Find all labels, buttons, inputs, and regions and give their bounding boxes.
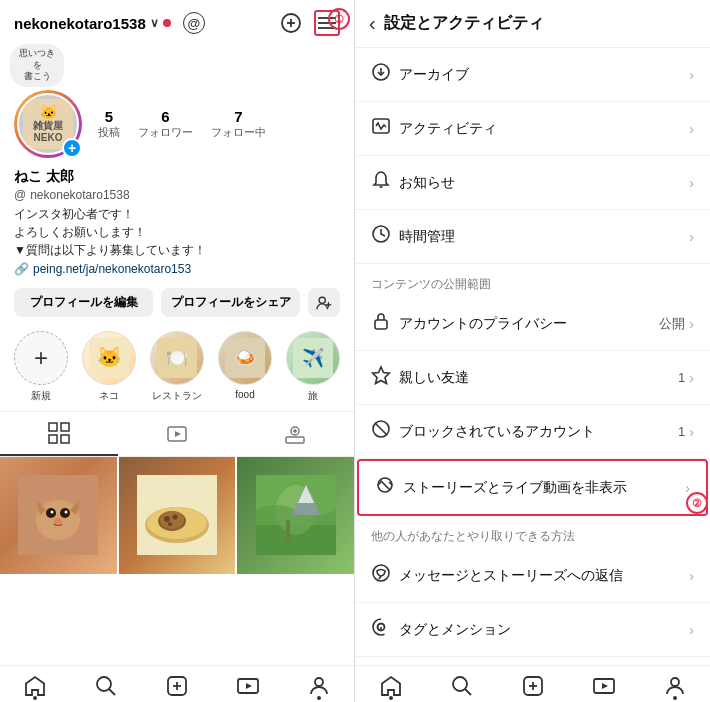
stat-followers-num: 6 (161, 108, 169, 125)
svg-point-37 (54, 518, 62, 524)
threads-icon[interactable]: @ (183, 12, 205, 34)
settings-item-archive[interactable]: アーカイブ › (355, 48, 710, 102)
username-text: nekonekotaro1538 (14, 15, 146, 32)
archive-chevron: › (689, 67, 694, 83)
photo-curry-image (119, 457, 236, 574)
settings-item-messages[interactable]: メッセージとストーリーズへの返信 › (355, 549, 710, 603)
activity-icon (371, 116, 399, 141)
highlight-restaurant[interactable]: 🍽️ レストラン (150, 331, 204, 403)
privacy-badge: 公開 (659, 315, 685, 333)
svg-rect-65 (375, 320, 387, 329)
action-buttons: プロフィールを編集 プロフィールをシェア (0, 282, 354, 323)
nav-home[interactable] (0, 674, 71, 698)
svg-rect-22 (61, 423, 69, 431)
highlight-new[interactable]: + 新規 (14, 331, 68, 403)
nav-right-search[interactable] (426, 674, 497, 698)
highlight-travel-circle: ✈️ (286, 331, 340, 385)
highlight-neko[interactable]: 🐱 ネコ (82, 331, 136, 403)
settings-item-time[interactable]: 時間管理 › (355, 210, 710, 264)
time-label: 時間管理 (399, 228, 689, 246)
section-label-content: コンテンツの公開範囲 (355, 264, 710, 297)
share-profile-button[interactable]: プロフィールをシェア (161, 288, 300, 317)
svg-point-44 (172, 515, 177, 520)
left-panel: nekonekotaro1538 ∨ @ ① 思い (0, 0, 355, 702)
highlight-food[interactable]: 🍛 food (218, 331, 272, 403)
nav-search[interactable] (71, 674, 142, 698)
section-label-interact: 他の人があなたとやり取りできる方法 (355, 516, 710, 549)
svg-point-59 (315, 678, 323, 686)
stat-posts-num: 5 (105, 108, 113, 125)
settings-item-blocked[interactable]: ブロックされているアカウント 1 › (355, 405, 710, 459)
tab-tagged[interactable] (236, 412, 354, 456)
username[interactable]: nekonekotaro1538 ∨ (14, 15, 171, 32)
bio-name: ねこ 太郎 (14, 168, 340, 186)
stat-following-label: フォロー中 (211, 125, 266, 140)
nav-right-reels[interactable] (568, 674, 639, 698)
back-button[interactable]: ‹ (369, 12, 376, 35)
settings-item-tags[interactable]: タグとメンション › (355, 603, 710, 657)
highlight-restaurant-circle: 🍽️ (150, 331, 204, 385)
settings-item-comments[interactable]: コメント › (355, 657, 710, 665)
privacy-label: アカウントのプライバシー (399, 315, 659, 333)
thought-button[interactable]: 思いつきを 書こう (10, 44, 64, 87)
top-bar: nekonekotaro1538 ∨ @ ① (0, 0, 354, 46)
photo-cell-1[interactable] (0, 457, 117, 574)
nav-reels[interactable] (212, 674, 283, 698)
add-icon[interactable] (278, 10, 304, 36)
settings-item-close-friends[interactable]: 親しい友達 1 › (355, 351, 710, 405)
settings-item-activity[interactable]: アクティビティ › (355, 102, 710, 156)
highlight-travel-label: 旅 (308, 389, 318, 403)
bell-icon (371, 170, 399, 195)
lock-icon (371, 311, 399, 336)
tab-grid[interactable] (0, 412, 118, 456)
nav-right-add[interactable] (497, 674, 568, 698)
edit-profile-button[interactable]: プロフィールを編集 (14, 288, 153, 317)
highlight-food-circle: 🍛 (218, 331, 272, 385)
link-text: peing.net/ja/nekonekotaro153 (33, 262, 191, 276)
circle-1-annotation: ① (328, 8, 350, 30)
highlight-travel[interactable]: ✈️ 旅 (286, 331, 340, 403)
nav-right-home-dot (389, 696, 393, 700)
svg-point-43 (164, 516, 170, 522)
highlight-restaurant-label: レストラン (152, 389, 202, 403)
svg-marker-26 (175, 431, 181, 437)
settings-item-hide-stories[interactable]: ストーリーズとライブ動画を非表示 › (357, 459, 708, 516)
bio-link[interactable]: 🔗 peing.net/ja/nekonekotaro153 (14, 262, 340, 276)
chevron-down-icon: ∨ (150, 16, 159, 30)
activity-chevron: › (689, 121, 694, 137)
nav-profile[interactable] (283, 674, 354, 698)
close-friends-badge: 1 (678, 370, 685, 385)
settings-list: アーカイブ › アクティビティ › お知らせ › (355, 48, 710, 665)
tags-chevron: › (689, 622, 694, 638)
messages-label: メッセージとストーリーズへの返信 (399, 567, 689, 585)
highlight-new-label: 新規 (31, 389, 51, 403)
photo-cell-2[interactable] (119, 457, 236, 574)
block-icon (371, 419, 399, 444)
nav-right-home[interactable] (355, 674, 426, 698)
stat-following-num: 7 (234, 108, 242, 125)
settings-item-notifications[interactable]: お知らせ › (355, 156, 710, 210)
tab-reels[interactable] (118, 412, 236, 456)
hide-stories-chevron: › (685, 480, 690, 496)
nav-add[interactable] (142, 674, 213, 698)
circle-2-annotation: ② (686, 492, 708, 514)
avatar-add-button[interactable]: + (62, 138, 82, 158)
svg-point-42 (160, 511, 184, 529)
settings-title: 設定とアクティビティ (384, 13, 544, 34)
privacy-chevron: › (689, 316, 694, 332)
highlight-neko-circle: 🐱 (82, 331, 136, 385)
add-person-button[interactable] (308, 288, 340, 317)
handle-text: nekonekotaro1538 (30, 188, 129, 202)
link-icon: 🔗 (14, 262, 29, 276)
bio-section: ねこ 太郎 @ nekonekotaro1538 インスタ初心者です！ よろしく… (0, 164, 354, 282)
bottom-nav-left (0, 665, 354, 702)
svg-text:🐱: 🐱 (40, 104, 58, 121)
svg-line-70 (380, 480, 390, 490)
nav-right-profile[interactable] (639, 674, 710, 698)
right-panel: ‹ 設定とアクティビティ アーカイブ › ア (355, 0, 710, 702)
notification-dot (163, 19, 171, 27)
bio-text: インスタ初心者です！ よろしくお願いします！ ▼質問は以下より募集しています！ (14, 205, 340, 259)
photo-cell-3[interactable] (237, 457, 354, 574)
svg-text:🐱: 🐱 (97, 345, 122, 369)
settings-item-privacy[interactable]: アカウントのプライバシー 公開 › (355, 297, 710, 351)
